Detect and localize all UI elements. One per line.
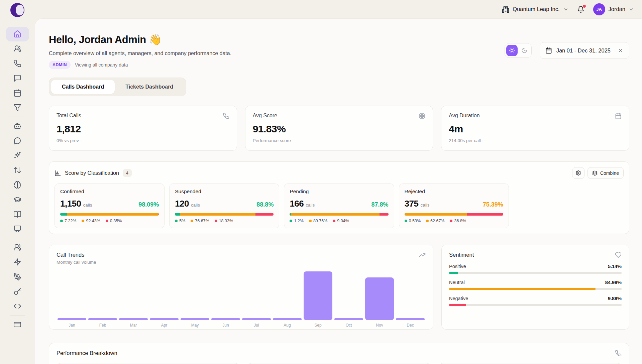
sentiment-value: 84.98% <box>605 280 622 285</box>
stat-footnote: Performance score · <box>253 138 426 143</box>
legend-item: 1.2% <box>290 219 304 223</box>
classification-label: Suspended <box>175 189 274 195</box>
phone-icon <box>223 113 229 119</box>
sidebar-item-message-square[interactable] <box>6 71 29 86</box>
combine-button[interactable]: Combine <box>587 167 624 179</box>
message-square-icon <box>13 74 21 82</box>
avatar: JA <box>593 3 605 15</box>
gear-icon <box>575 170 581 176</box>
count-badge: 4 <box>123 169 132 177</box>
section-title: Score by Classification <box>65 170 119 176</box>
sidebar-item-message-circle[interactable] <box>6 133 29 148</box>
chart-tick-label: Jul <box>241 323 272 328</box>
chart-column-may <box>180 268 210 320</box>
sun-icon <box>509 47 515 53</box>
bar-segment <box>175 213 180 216</box>
performance-breakdown-section: Performance Breakdown Total Calls Active… <box>49 343 629 364</box>
user-menu[interactable]: JA Jordan <box>593 3 634 15</box>
stat-title: Avg Score <box>253 113 426 119</box>
chart-tick-label: Nov <box>364 323 395 328</box>
progress-track <box>449 304 622 306</box>
score-value: 87.8% <box>371 201 389 208</box>
clear-date-button[interactable] <box>618 47 624 53</box>
tab-tickets-dashboard[interactable]: Tickets Dashboard <box>115 80 184 94</box>
sidebar-item-sparkles[interactable] <box>6 148 29 163</box>
chart-tick-label: May <box>180 323 210 328</box>
legend-dot <box>309 220 312 222</box>
chart-tick-label: Feb <box>87 323 118 328</box>
sidebar-item-users[interactable] <box>6 240 29 255</box>
notifications-button[interactable] <box>577 6 584 13</box>
score-value: 88.8% <box>256 201 274 208</box>
chart-bar <box>273 318 302 320</box>
company-name: Quantum Leap Inc. <box>513 6 559 12</box>
chart-tick-label: Dec <box>395 323 426 328</box>
chart-column-jun <box>210 268 241 320</box>
chart-column-oct <box>333 268 364 320</box>
header-controls: Jan 01 - Dec 31, 2025 <box>505 42 629 59</box>
phone-icon <box>615 350 622 357</box>
calls-count: 166 <box>290 199 304 209</box>
sidebar <box>0 0 35 364</box>
chart-bar <box>211 318 240 320</box>
sentiment-title: Sentiment <box>449 252 622 258</box>
sidebar-item-code[interactable] <box>6 299 29 314</box>
chart-column-feb <box>87 268 118 320</box>
tab-calls-dashboard[interactable]: Calls Dashboard <box>51 80 115 94</box>
sidebar-item-presentation[interactable] <box>6 222 29 236</box>
bar-segment <box>67 213 158 216</box>
light-mode-button[interactable] <box>506 45 518 56</box>
bar-segment <box>60 213 67 216</box>
user-name: Jordan <box>609 6 625 12</box>
phone-icon <box>223 113 229 119</box>
legend-item: 89.76% <box>309 219 327 223</box>
combine-label: Combine <box>600 170 619 176</box>
calls-count: 375 <box>405 199 419 209</box>
notification-dot <box>583 5 586 8</box>
phone-icon <box>615 350 622 357</box>
sidebar-item-phone[interactable] <box>6 56 29 71</box>
bar-segment <box>467 213 503 216</box>
sidebar-item-calendar[interactable] <box>6 86 29 100</box>
viewing-note: Viewing all company data <box>75 62 128 68</box>
sidebar-item-arrow-up-down[interactable] <box>6 163 29 177</box>
bar-segment <box>380 213 389 216</box>
sidebar-item-bot[interactable] <box>6 119 29 133</box>
sidebar-item-users[interactable] <box>6 41 29 56</box>
score-value: 98.09% <box>138 201 159 208</box>
chart-title: Call Trends <box>57 252 426 258</box>
stat-footnote: 214.00s per call · <box>449 138 622 143</box>
stat-card-avg-duration: Avg Duration 4m 214.00s per call · <box>441 106 629 151</box>
calls-suffix: calls <box>191 203 200 208</box>
classification-label: Confirmed <box>60 189 159 195</box>
sidebar-item-book-open[interactable] <box>6 207 29 222</box>
chart-column-jul <box>241 268 272 320</box>
sidebar-item-credit-card[interactable] <box>6 317 29 332</box>
chart-bar <box>119 318 148 320</box>
legend-dot <box>426 220 429 222</box>
stat-value: 4m <box>449 123 622 135</box>
sidebar-item-pen-tool[interactable] <box>6 269 29 284</box>
sidebar-item-key[interactable] <box>6 284 29 299</box>
sidebar-item-funnel[interactable] <box>6 100 29 115</box>
sentiment-label: Positive <box>449 264 466 269</box>
classification-card-rejected: Rejected375calls75.39%0.53%62.67%36.8% <box>399 184 509 228</box>
credit-card-icon <box>13 321 21 329</box>
settings-button[interactable] <box>572 167 584 179</box>
legend-item: 0.35% <box>106 219 122 223</box>
sidebar-item-home[interactable] <box>6 27 29 41</box>
sidebar-item-brain[interactable] <box>6 177 29 192</box>
company-selector[interactable]: Quantum Leap Inc. <box>502 6 568 13</box>
heart-icon <box>615 252 622 258</box>
bar-segment <box>255 213 274 216</box>
layers-icon <box>592 170 598 176</box>
sidebar-item-zap[interactable] <box>6 255 29 269</box>
legend-item: 92.43% <box>82 219 100 223</box>
classification-card-pending: Pending166calls87.8%1.2%89.76%9.04% <box>284 184 394 228</box>
dark-mode-button[interactable] <box>519 45 530 56</box>
calls-suffix: calls <box>420 203 429 208</box>
role-badge: ADMIN <box>49 61 71 69</box>
sidebar-item-graduation-cap[interactable] <box>6 192 29 207</box>
progress-fill <box>449 288 596 290</box>
date-range-picker[interactable]: Jan 01 - Dec 31, 2025 <box>540 42 629 59</box>
